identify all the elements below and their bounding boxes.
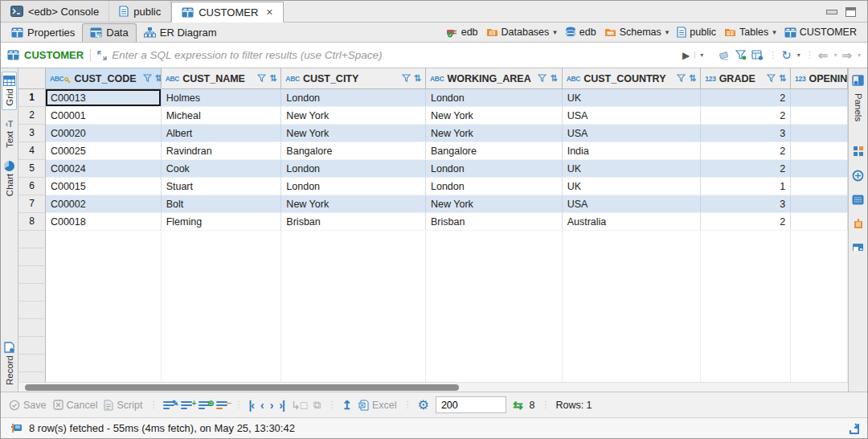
- column-filter-icon[interactable]: [538, 74, 547, 83]
- erase-filter-icon[interactable]: [719, 51, 731, 60]
- grid-corner[interactable]: [18, 68, 46, 89]
- row-number[interactable]: [18, 355, 46, 372]
- minimize-icon[interactable]: [826, 10, 837, 14]
- empty-cell[interactable]: [701, 248, 791, 266]
- grid-cell[interactable]: New York: [426, 107, 563, 125]
- grid-cell[interactable]: 3: [701, 125, 791, 142]
- empty-cell[interactable]: [791, 284, 848, 302]
- grid-cell[interactable]: 1: [701, 178, 791, 195]
- grid-cell[interactable]: Cook: [162, 160, 282, 178]
- grid-cell[interactable]: 2: [701, 213, 791, 231]
- grouping-panel-button[interactable]: [852, 142, 865, 160]
- row-number[interactable]: [18, 337, 46, 355]
- empty-cell[interactable]: [46, 266, 162, 284]
- grid-cell[interactable]: C00025: [46, 142, 162, 160]
- presentation-record-button[interactable]: Record: [3, 338, 15, 388]
- grid-cell[interactable]: Australia: [563, 213, 702, 231]
- row-number[interactable]: [18, 302, 46, 319]
- column-filter-icon[interactable]: [767, 74, 776, 83]
- empty-cell[interactable]: [701, 337, 791, 355]
- empty-cell[interactable]: [563, 302, 702, 319]
- row-number[interactable]: 6: [18, 178, 46, 195]
- empty-cell[interactable]: [563, 355, 702, 372]
- empty-cell[interactable]: [281, 231, 426, 248]
- empty-cell[interactable]: [281, 337, 426, 355]
- grid-cell[interactable]: C00002: [46, 195, 162, 213]
- grid-cell[interactable]: [791, 213, 848, 231]
- grid-cell[interactable]: 2: [701, 107, 791, 125]
- column-header-cust-code[interactable]: ABCCUST_CODE⇅: [46, 68, 162, 89]
- add-row-icon[interactable]: +: [181, 401, 192, 409]
- empty-cell[interactable]: [46, 337, 162, 355]
- presentation-text-button[interactable]: ‹TText: [4, 117, 15, 151]
- editor-tab-edb-console[interactable]: <edb> Console: [1, 1, 109, 22]
- aggregate-panel-button[interactable]: [852, 215, 865, 232]
- fetch-settings-gear-icon[interactable]: ⚙: [418, 397, 429, 412]
- view-tab-properties[interactable]: Properties: [4, 23, 82, 42]
- next-dropdown-icon[interactable]: ▾: [858, 51, 861, 59]
- grid-cell[interactable]: New York: [281, 195, 426, 213]
- column-sort-icon[interactable]: ⇅: [779, 73, 786, 84]
- refresh-icon[interactable]: ↻: [781, 48, 792, 63]
- empty-cell[interactable]: [701, 319, 791, 337]
- grid-cell[interactable]: London: [281, 160, 426, 178]
- grid-cell[interactable]: UK: [563, 89, 702, 107]
- grid-cell[interactable]: [791, 89, 848, 107]
- empty-cell[interactable]: [162, 337, 282, 355]
- grid-cell[interactable]: Ravindran: [162, 142, 282, 160]
- row-number[interactable]: 1: [18, 89, 46, 107]
- empty-cell[interactable]: [46, 231, 162, 248]
- row-number[interactable]: 3: [18, 125, 46, 142]
- column-filter-icon[interactable]: [143, 74, 152, 83]
- row-number[interactable]: [18, 266, 46, 284]
- column-header-cust-country[interactable]: ABCCUST_COUNTRY⇅: [563, 68, 702, 89]
- empty-cell[interactable]: [563, 319, 702, 337]
- grid-cell[interactable]: [791, 142, 848, 160]
- breadcrumb-item-databases[interactable]: Databases▾: [484, 26, 559, 39]
- empty-cell[interactable]: [281, 248, 426, 266]
- empty-cell[interactable]: [281, 266, 426, 284]
- grid-settings-icon[interactable]: [751, 50, 764, 60]
- empty-cell[interactable]: [426, 302, 563, 319]
- breadcrumb-item-customer[interactable]: CUSTOMER: [782, 26, 859, 39]
- grid-cell[interactable]: 2: [701, 89, 791, 107]
- grid-cell[interactable]: Albert: [162, 125, 282, 142]
- grid-cell[interactable]: [791, 160, 848, 178]
- empty-cell[interactable]: [563, 284, 702, 302]
- grid-cell[interactable]: UK: [563, 178, 702, 195]
- expand-filter-icon[interactable]: [97, 51, 107, 60]
- script-button[interactable]: Script: [104, 400, 142, 411]
- breadcrumb-item-schemas[interactable]: Schemas▾: [602, 26, 672, 39]
- empty-cell[interactable]: [281, 355, 426, 372]
- empty-cell[interactable]: [426, 337, 563, 355]
- empty-cell[interactable]: [162, 319, 282, 337]
- sql-filter-input[interactable]: [112, 49, 678, 61]
- empty-cell[interactable]: [162, 355, 282, 372]
- empty-cell[interactable]: [46, 284, 162, 302]
- empty-cell[interactable]: [162, 302, 282, 319]
- empty-cell[interactable]: [791, 355, 848, 372]
- grid-cell[interactable]: London: [426, 89, 563, 107]
- grid-cell[interactable]: Holmes: [162, 89, 282, 107]
- grid-cell[interactable]: C00013: [46, 89, 162, 107]
- close-icon[interactable]: ×: [266, 6, 272, 18]
- column-filter-icon[interactable]: [402, 74, 411, 83]
- grid-cell[interactable]: [791, 178, 848, 195]
- value-viewer-button[interactable]: [851, 166, 865, 185]
- grid-cell[interactable]: [791, 107, 848, 125]
- column-header-openin[interactable]: 123OPENIN: [791, 68, 848, 89]
- row-number[interactable]: 4: [18, 142, 46, 160]
- empty-cell[interactable]: [791, 337, 848, 355]
- empty-cell[interactable]: [162, 266, 282, 284]
- empty-cell[interactable]: [701, 355, 791, 372]
- auto-refresh-icon[interactable]: ⇆: [513, 398, 523, 412]
- previous-dropdown-icon[interactable]: ▾: [833, 51, 837, 59]
- row-number[interactable]: [18, 284, 46, 302]
- breadcrumb-item-public[interactable]: public: [674, 26, 719, 39]
- empty-cell[interactable]: [701, 266, 791, 284]
- empty-cell[interactable]: [701, 231, 791, 248]
- empty-cell[interactable]: [162, 248, 282, 266]
- view-tab-data[interactable]: Data: [82, 23, 136, 42]
- grid-cell[interactable]: Bolt: [162, 195, 282, 213]
- empty-cell[interactable]: [563, 266, 702, 284]
